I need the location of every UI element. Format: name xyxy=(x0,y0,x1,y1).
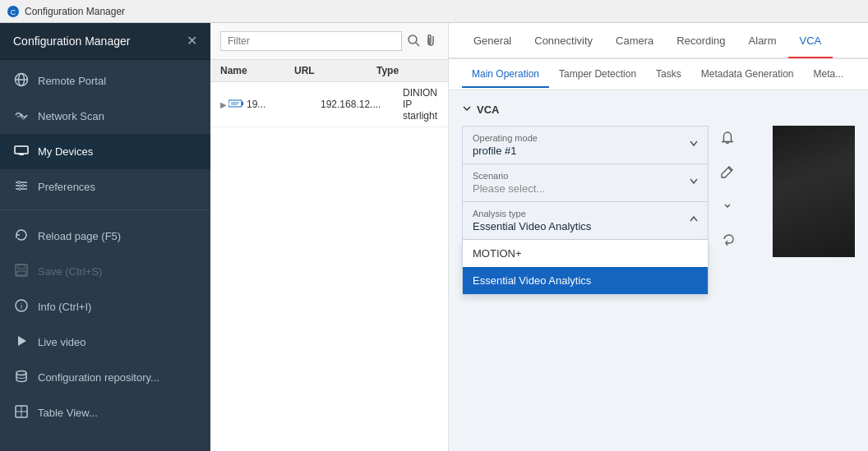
svg-point-12 xyxy=(19,188,21,191)
sidebar-item-label: Reload page (F5) xyxy=(38,230,121,242)
sidebar-close-button[interactable]: ✕ xyxy=(187,35,197,48)
sidebar-title: Configuration Manager xyxy=(13,35,130,48)
sub-tab-meta[interactable]: Meta... xyxy=(804,62,854,88)
filter-input[interactable] xyxy=(220,31,402,51)
sub-tab-tamper-detection[interactable]: Tamper Detection xyxy=(549,62,646,88)
info-icon: i xyxy=(13,298,30,315)
preferences-icon xyxy=(13,178,30,196)
analysis-type-dropdown: MOTION+ Essential Video Analytics xyxy=(462,240,709,295)
svg-rect-25 xyxy=(229,100,242,107)
sidebar-header: Configuration Manager ✕ xyxy=(0,23,210,60)
col-header-url: URL xyxy=(294,65,376,76)
sidebar: Configuration Manager ✕ Remote Portal xyxy=(0,23,210,451)
operating-mode-chevron[interactable] xyxy=(680,138,708,152)
sidebar-item-label: Table View... xyxy=(38,407,98,419)
title-bar-text: Configuration Manager xyxy=(25,6,125,17)
sidebar-item-label: Configuration repository... xyxy=(38,371,159,384)
undo-button[interactable] xyxy=(717,228,738,252)
col-header-name: Name xyxy=(220,65,294,76)
analysis-type-label: Analysis type xyxy=(473,209,670,219)
svg-point-5 xyxy=(21,114,23,117)
database-icon xyxy=(13,369,30,386)
sidebar-item-reload[interactable]: Reload page (F5) xyxy=(0,219,210,254)
tab-connectivity[interactable]: Connectivity xyxy=(523,25,604,58)
sidebar-item-table-view[interactable]: Table View... xyxy=(0,395,210,430)
search-icon[interactable] xyxy=(407,34,420,49)
bell-button[interactable] xyxy=(717,127,738,151)
sidebar-item-label: My Devices xyxy=(38,145,93,158)
content-area: Name URL Type ▶ xyxy=(210,23,868,451)
sidebar-item-label: Info (Ctrl+I) xyxy=(38,301,91,313)
scenario-field[interactable]: Scenario Please select... xyxy=(462,163,709,202)
side-actions xyxy=(717,126,738,252)
reload-icon xyxy=(13,228,30,245)
save-icon xyxy=(13,263,30,280)
device-name: 19... xyxy=(247,99,321,110)
svg-text:i: i xyxy=(21,302,22,311)
sidebar-item-config-repo[interactable]: Configuration repository... xyxy=(0,360,210,395)
col-header-type: Type xyxy=(376,65,438,76)
svg-point-19 xyxy=(16,371,26,375)
clip-icon[interactable] xyxy=(425,34,438,49)
dropdown-item-essential-video-analytics[interactable]: Essential Video Analytics xyxy=(463,267,708,294)
analysis-type-field[interactable]: Analysis type Essential Video Analytics xyxy=(462,201,709,240)
svg-line-24 xyxy=(416,43,419,46)
sidebar-item-label: Live video xyxy=(38,336,86,348)
operating-mode-value: profile #1 xyxy=(473,145,670,157)
sidebar-bottom: Reload page (F5) Save (Ctrl+S) xyxy=(0,215,210,437)
sidebar-nav: Remote Portal Network Scan xyxy=(0,60,210,451)
device-status-icon xyxy=(229,99,243,110)
sidebar-item-info[interactable]: i Info (Ctrl+I) xyxy=(0,289,210,324)
device-panel: Name URL Type ▶ xyxy=(210,23,449,451)
device-url: 192.168.12.... xyxy=(321,99,403,110)
tab-camera[interactable]: Camera xyxy=(604,25,665,58)
sub-tabs: Main Operation Tamper Detection Tasks Me… xyxy=(449,59,868,90)
tab-general[interactable]: General xyxy=(462,25,523,58)
vca-content: VCA Operating mode profile #1 xyxy=(449,90,868,451)
scenario-label: Scenario xyxy=(473,171,670,181)
vca-fields: Operating mode profile #1 xyxy=(462,126,709,240)
tab-vca[interactable]: VCA xyxy=(788,25,833,58)
title-bar: C Configuration Manager xyxy=(0,0,868,23)
device-type: DINION IP starlight xyxy=(403,87,438,122)
dropdown-item-motion-plus[interactable]: MOTION+ xyxy=(463,240,708,267)
operating-mode-label: Operating mode xyxy=(473,133,670,143)
vca-section-header[interactable]: VCA xyxy=(462,104,855,116)
operating-mode-field[interactable]: Operating mode profile #1 xyxy=(462,126,709,164)
sidebar-item-label: Preferences xyxy=(38,181,95,193)
filter-bar xyxy=(210,23,448,60)
globe-icon xyxy=(13,72,30,90)
detail-panel: General Connectivity Camera Recording Al… xyxy=(449,23,868,451)
svg-point-11 xyxy=(22,185,25,187)
network-scan-icon xyxy=(13,108,30,125)
scenario-value: Please select... xyxy=(473,182,670,195)
sidebar-item-label: Remote Portal xyxy=(38,75,106,87)
svg-rect-6 xyxy=(15,146,28,154)
sidebar-item-preferences[interactable]: Preferences xyxy=(0,169,210,205)
table-icon xyxy=(13,404,30,421)
expand-button[interactable] xyxy=(717,195,738,219)
scenario-chevron[interactable] xyxy=(680,176,708,190)
sidebar-item-remote-portal[interactable]: Remote Portal xyxy=(0,63,210,99)
table-row[interactable]: ▶ 19... 192.168.12.... DINION IP starlig xyxy=(210,82,448,127)
edit-button[interactable] xyxy=(717,161,738,185)
live-video-icon xyxy=(13,334,30,351)
camera-preview xyxy=(773,126,855,257)
svg-point-10 xyxy=(18,182,21,184)
tab-recording[interactable]: Recording xyxy=(665,25,736,58)
sidebar-item-my-devices[interactable]: My Devices xyxy=(0,134,210,169)
analysis-type-chevron[interactable] xyxy=(680,214,708,228)
sub-tab-main-operation[interactable]: Main Operation xyxy=(462,62,549,88)
devices-icon xyxy=(13,143,30,160)
sub-tab-tasks[interactable]: Tasks xyxy=(646,62,691,88)
sidebar-item-live-video[interactable]: Live video xyxy=(0,324,210,360)
analysis-type-value: Essential Video Analytics xyxy=(473,220,670,232)
sidebar-item-network-scan[interactable]: Network Scan xyxy=(0,99,210,134)
sub-tab-metadata-generation[interactable]: Metadata Generation xyxy=(691,62,804,88)
svg-rect-26 xyxy=(242,102,243,105)
expand-icon: ▶ xyxy=(220,100,227,109)
sidebar-item-label: Save (Ctrl+S) xyxy=(38,265,102,278)
sidebar-item-save: Save (Ctrl+S) xyxy=(0,254,210,289)
tab-alarm[interactable]: Alarm xyxy=(737,25,788,58)
analysis-type-container: Analysis type Essential Video Analytics xyxy=(462,201,709,240)
